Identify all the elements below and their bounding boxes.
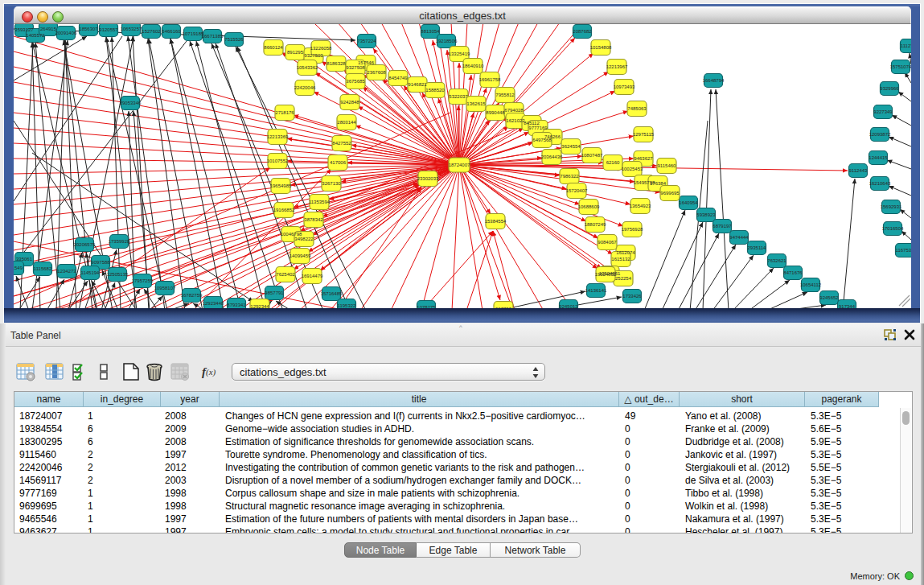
svg-text:1112734: 1112734 — [901, 43, 911, 48]
svg-text:2087682: 2087682 — [573, 29, 592, 34]
svg-text:13654923: 13654923 — [630, 204, 651, 208]
svg-text:10107552: 10107552 — [267, 159, 289, 163]
svg-text:19654985: 19654985 — [270, 183, 292, 188]
svg-text:7515526: 7515526 — [224, 37, 244, 42]
svg-text:3878342: 3878342 — [304, 217, 323, 222]
svg-text:1115682: 1115682 — [34, 266, 52, 271]
svg-text:3675685: 3675685 — [346, 79, 365, 84]
svg-text:10688609: 10688609 — [578, 204, 600, 209]
svg-text:9227349: 9227349 — [873, 109, 893, 114]
svg-text:19218506: 19218506 — [436, 39, 458, 43]
svg-text:9329966: 9329966 — [880, 86, 899, 91]
svg-text:252254: 252254 — [615, 276, 632, 281]
svg-text:417006: 417006 — [330, 160, 347, 165]
svg-text:8660124: 8660124 — [264, 45, 283, 50]
svg-text:16671385: 16671385 — [202, 34, 224, 39]
svg-text:12923448: 12923448 — [203, 301, 224, 306]
svg-text:9474444: 9474444 — [729, 235, 749, 240]
svg-text:1167533: 1167533 — [896, 248, 911, 253]
svg-text:19756928: 19756928 — [622, 227, 643, 232]
svg-text:10973493: 10973493 — [614, 84, 635, 89]
svg-text:17957255: 17957255 — [132, 278, 154, 283]
svg-text:7485063: 7485063 — [627, 106, 647, 111]
svg-text:6466160: 6466160 — [162, 29, 181, 34]
svg-text:8186328: 8186328 — [326, 61, 346, 66]
svg-text:20206575: 20206575 — [74, 242, 96, 247]
svg-text:335061: 335061 — [16, 257, 33, 262]
svg-text:8471676: 8471676 — [783, 270, 803, 275]
svg-text:2803144: 2803144 — [337, 120, 356, 125]
svg-text:3624554: 3624554 — [561, 144, 581, 149]
svg-text:1234273: 1234273 — [57, 269, 76, 274]
svg-text:176384: 176384 — [650, 181, 667, 186]
svg-text:7632621: 7632621 — [767, 258, 786, 263]
svg-text:9120557: 9120557 — [99, 27, 118, 32]
svg-text:3593127: 3593127 — [14, 27, 34, 32]
svg-text:15716485: 15716485 — [321, 291, 343, 296]
svg-text:9777169: 9777169 — [528, 126, 548, 130]
svg-text:1362615: 1362615 — [466, 101, 486, 106]
svg-text:10807487: 10807487 — [581, 153, 603, 158]
svg-text:16210643: 16210643 — [869, 181, 891, 186]
svg-text:13226058: 13226058 — [310, 46, 332, 51]
svg-text:1733426: 1733426 — [622, 294, 642, 299]
svg-text:8990448: 8990448 — [486, 110, 505, 115]
svg-text:2367608: 2367608 — [367, 70, 386, 75]
svg-text:9242848: 9242848 — [340, 100, 359, 105]
svg-text:20364436: 20364436 — [541, 154, 563, 159]
svg-text:12213967: 12213967 — [606, 64, 628, 69]
svg-text:1856307: 1856307 — [79, 27, 98, 31]
svg-text:7986322: 7986322 — [560, 174, 579, 179]
svg-text:10653257: 10653257 — [121, 27, 142, 31]
svg-text:5938923: 5938923 — [696, 212, 716, 217]
svg-text:(x): (x) — [206, 367, 216, 377]
svg-text:14099459: 14099459 — [290, 253, 311, 258]
svg-text:5322037: 5322037 — [449, 94, 468, 99]
svg-text:1640954: 1640954 — [679, 200, 698, 205]
svg-text:18807249: 18807249 — [585, 222, 606, 227]
svg-text:7955812: 7955812 — [495, 93, 515, 97]
svg-text:1621022: 1621022 — [506, 118, 525, 123]
svg-text:9857791: 9857791 — [265, 290, 284, 295]
svg-text:10154808: 10154808 — [590, 45, 612, 50]
svg-text:16961758: 16961758 — [479, 77, 501, 82]
svg-text:9245012: 9245012 — [559, 304, 578, 308]
svg-text:16648794: 16648794 — [703, 78, 725, 83]
svg-text:1292344: 1292344 — [250, 304, 269, 308]
svg-text:917344: 917344 — [839, 304, 856, 308]
svg-text:8793341: 8793341 — [227, 303, 246, 307]
svg-text:6879197: 6879197 — [713, 224, 732, 229]
svg-text:7357224: 7357224 — [357, 39, 376, 43]
svg-text:391549: 391549 — [14, 266, 23, 270]
svg-text:12975115: 12975115 — [633, 132, 655, 137]
svg-text:10958107: 10958107 — [154, 286, 176, 290]
svg-text:9146821: 9146821 — [408, 82, 427, 87]
svg-text:9115460: 9115460 — [658, 163, 677, 168]
svg-text:10543362: 10543362 — [297, 65, 318, 70]
svg-text:12213369: 12213369 — [267, 134, 289, 139]
svg-text:12093872: 12093872 — [869, 132, 891, 137]
svg-text:907733: 907733 — [495, 307, 512, 308]
svg-text:1195322: 1195322 — [338, 303, 357, 308]
svg-text:22420046: 22420046 — [294, 85, 316, 90]
svg-text:20091406: 20091406 — [55, 31, 77, 35]
svg-text:15384554: 15384554 — [485, 219, 507, 224]
svg-text:1588520: 1588520 — [425, 88, 445, 93]
svg-text:19524852: 19524852 — [595, 272, 617, 277]
svg-text:891295: 891295 — [287, 50, 304, 55]
svg-text:1405572: 1405572 — [26, 33, 45, 38]
svg-text:2935114: 2935114 — [748, 245, 767, 250]
svg-text:10025453: 10025453 — [622, 167, 643, 171]
svg-text:1244415: 1244415 — [869, 155, 888, 160]
svg-text:9084067: 9084067 — [598, 240, 617, 245]
svg-text:18640910: 18640910 — [462, 64, 484, 68]
svg-text:62160: 62160 — [606, 160, 620, 165]
svg-text:17359928: 17359928 — [109, 239, 130, 244]
svg-text:7625402: 7625402 — [276, 272, 295, 277]
svg-text:13325419: 13325419 — [449, 51, 470, 56]
svg-text:12505135: 12505135 — [107, 272, 129, 277]
svg-text:6497568: 6497568 — [532, 138, 552, 142]
svg-text:9245652: 9245652 — [819, 295, 839, 300]
svg-text:15751074: 15751074 — [890, 64, 911, 69]
svg-text:9112443: 9112443 — [849, 168, 869, 173]
